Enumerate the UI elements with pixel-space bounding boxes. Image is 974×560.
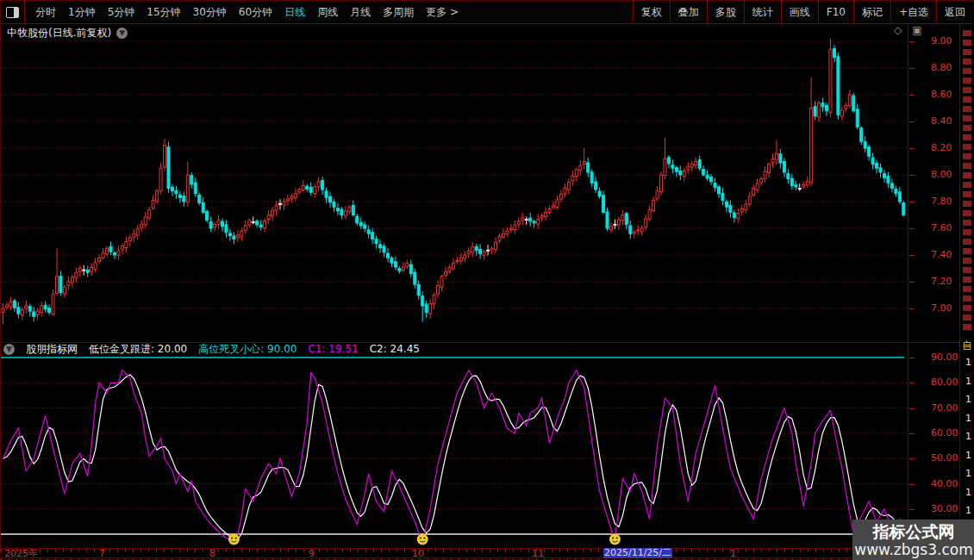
- indicator-param-low: 低位金叉跟进: 20.00: [89, 342, 187, 357]
- toolbar: 分时1分钟5分钟15分钟30分钟60分钟日线周线月线多周期更多 > 复权叠加多股…: [1, 1, 973, 24]
- right-panel-vertical-text: [963, 30, 971, 333]
- right-panel-item[interactable]: 1: [965, 506, 971, 515]
- timeline-ticks: [1, 549, 908, 552]
- indicator-c1-value: C1: 19.51: [308, 343, 358, 355]
- axis-tick: [909, 175, 915, 176]
- oscillator-chart[interactable]: [1, 350, 908, 549]
- timeline-label: 11: [532, 549, 544, 558]
- indicator-header: ▼ 股朋指标网 低位金叉跟进: 20.00 高位死叉小心: 90.00 C1: …: [3, 343, 420, 355]
- action-button[interactable]: 多股: [707, 1, 744, 23]
- axis-tick: [909, 282, 915, 283]
- action-buttons: 复权叠加多股统计画线F10标记+自选返回: [633, 1, 973, 23]
- period-tab[interactable]: 分时: [35, 5, 56, 20]
- period-tab[interactable]: 月线: [350, 5, 371, 20]
- diamond-icon[interactable]: ◇: [894, 24, 902, 36]
- axis-tick: [909, 433, 915, 434]
- timeline-label: 7: [99, 549, 105, 558]
- axis-tick: [909, 358, 915, 358]
- indicator-chevron-icon[interactable]: ▼: [3, 344, 15, 355]
- period-tab[interactable]: 多周期: [383, 5, 414, 20]
- timeline-bottom-border: [1, 557, 974, 558]
- axis-tick: [909, 408, 915, 409]
- axis-tick: [909, 148, 915, 149]
- action-button[interactable]: 复权: [633, 1, 670, 23]
- axis-tick: [909, 202, 915, 202]
- watermark-url: www.zbgs3.com: [854, 541, 972, 558]
- timeline-top-border: [1, 548, 974, 549]
- right-panel-item[interactable]: 1: [965, 376, 971, 386]
- period-tab[interactable]: 30分钟: [193, 5, 227, 20]
- right-panel-item[interactable]: 1: [965, 414, 971, 423]
- timeline-label: 8: [209, 549, 215, 558]
- period-tab[interactable]: 日线: [284, 5, 305, 20]
- stock-title: 中牧股份(日线.前复权): [7, 26, 111, 40]
- indicator-source: 股朋指标网: [26, 342, 78, 357]
- action-button[interactable]: +自选: [890, 1, 936, 23]
- trading-app-window: 分时1分钟5分钟15分钟30分钟60分钟日线周线月线多周期更多 > 复权叠加多股…: [0, 0, 974, 560]
- right-panel-label: 自: [962, 339, 972, 353]
- timeline-label: 2025年: [4, 549, 38, 558]
- candlestick-chart[interactable]: [1, 24, 908, 342]
- axis-tick: [909, 121, 915, 122]
- watermark-name: 指标公式网: [873, 522, 955, 541]
- chevron-down-icon[interactable]: ▼: [116, 28, 128, 39]
- axis-tick: [909, 95, 915, 96]
- axis-border: [908, 24, 908, 560]
- period-tab[interactable]: 1分钟: [68, 5, 96, 20]
- right-panel-item[interactable]: 1: [965, 469, 971, 478]
- action-button[interactable]: 返回: [936, 1, 973, 23]
- panel-icon: [6, 7, 19, 18]
- axis-tick: [909, 68, 915, 69]
- indicator-c2-value: C2: 24.45: [370, 343, 420, 355]
- right-panel-item[interactable]: 1: [965, 451, 971, 460]
- period-tabs: 分时1分钟5分钟15分钟30分钟60分钟日线周线月线多周期更多 >: [35, 1, 459, 23]
- timeline-label: 9: [309, 549, 315, 558]
- period-tab[interactable]: 更多 >: [426, 5, 459, 20]
- action-button[interactable]: F10: [818, 1, 853, 23]
- action-button[interactable]: 标记: [853, 1, 890, 23]
- axis-tick: [909, 41, 915, 42]
- selected-date-badge: 2025/11/25/二: [603, 548, 672, 558]
- watermark: 指标公式网 www.zbgs3.com: [852, 520, 974, 560]
- timeline-label: 1: [730, 549, 736, 558]
- layout-toggle-button[interactable]: [1, 1, 25, 23]
- right-panel-item[interactable]: 1: [965, 488, 971, 497]
- period-tab[interactable]: 5分钟: [108, 5, 135, 20]
- axis-tick: [909, 509, 915, 510]
- right-edge-panel: 自 111111111: [960, 1, 974, 560]
- axis-tick: [909, 383, 915, 383]
- period-tab[interactable]: 15分钟: [147, 5, 180, 20]
- split-window-icon[interactable]: ▣: [912, 24, 921, 36]
- action-button[interactable]: 画线: [781, 1, 818, 23]
- indicator-param-high: 高位死叉小心: 90.00: [198, 342, 297, 357]
- axis-tick: [909, 458, 915, 459]
- timeline-label: 10: [412, 549, 424, 558]
- action-button[interactable]: 统计: [744, 1, 781, 23]
- period-tab[interactable]: 60分钟: [239, 5, 272, 20]
- right-panel-item[interactable]: 1: [965, 395, 971, 404]
- axis-tick: [909, 308, 915, 309]
- axis-tick: [909, 484, 915, 485]
- chart-title: 中牧股份(日线.前复权) ▼: [7, 26, 128, 40]
- axis-tick: [909, 255, 915, 256]
- period-tab[interactable]: 周线: [317, 5, 338, 20]
- action-button[interactable]: 叠加: [670, 1, 707, 23]
- right-panel-item[interactable]: 1: [965, 358, 971, 367]
- axis-tick: [909, 228, 915, 229]
- right-panel-item[interactable]: 1: [965, 432, 971, 441]
